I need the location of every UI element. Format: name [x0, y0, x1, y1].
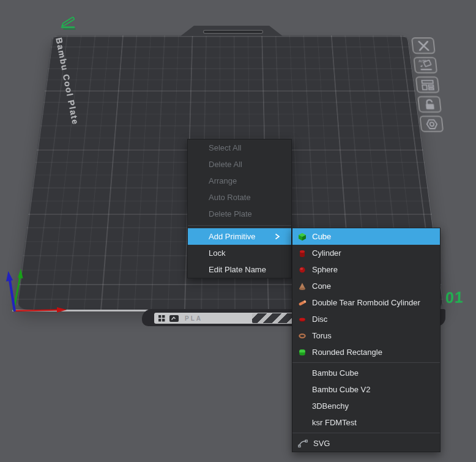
menu-item-auto-rotate[interactable]: Auto Rotate: [188, 189, 291, 206]
menu-item-label: Add Primitive: [209, 232, 256, 241]
submenu-item-cylinder[interactable]: Cylinder: [292, 245, 440, 261]
disc-icon: [298, 315, 307, 324]
plate-settings-icon: [423, 118, 439, 130]
arrange-plate-button[interactable]: [415, 76, 440, 93]
close-icon: [415, 40, 431, 51]
menu-separator: [292, 362, 440, 363]
submenu-item-label: ksr FDMTest: [312, 418, 357, 427]
menu-item-label: Edit Plate Name: [209, 265, 266, 274]
submenu-item-disc[interactable]: Disc: [292, 311, 440, 327]
close-plate-button[interactable]: [411, 37, 436, 54]
z-axis: [10, 280, 15, 311]
plate-context-menu: Select All Delete All Arrange Auto Rotat…: [187, 139, 292, 278]
submenu-item-label: Double Tear Romboid Cylinder: [312, 298, 420, 307]
submenu-item-3dbenchy[interactable]: 3DBenchy: [292, 398, 440, 414]
cone-icon: [298, 282, 307, 291]
submenu-item-double-tear-romboid-cylinder[interactable]: Double Tear Romboid Cylinder: [292, 294, 440, 311]
plate-handle-slot: [203, 30, 263, 34]
menu-separator: [188, 225, 291, 226]
viewport-3d[interactable]: Bambu Cool Plate PLA 01: [0, 0, 476, 462]
menu-item-arrange[interactable]: Arrange: [188, 173, 291, 189]
menu-separator: [292, 433, 440, 433]
rounded-rectangle-icon: [298, 348, 307, 357]
menu-item-label: Arrange: [209, 176, 237, 185]
bambu-logo-icon: [158, 315, 165, 322]
plate-type-icon: [169, 315, 179, 322]
auto-orient-plate-button[interactable]: AUTO: [413, 57, 437, 73]
submenu-item-label: Bambu Cube V2: [312, 385, 370, 394]
plate-settings-button[interactable]: [419, 116, 444, 132]
plate-handle: [180, 26, 283, 36]
menu-item-lock[interactable]: Lock: [188, 245, 291, 261]
axes-gizmo: [2, 267, 76, 317]
menu-item-edit-plate-name[interactable]: Edit Plate Name: [188, 261, 291, 278]
menu-item-label: Delete All: [209, 160, 242, 169]
arrange-icon: [420, 79, 436, 91]
submenu-item-label: Rounded Rectangle: [312, 348, 382, 357]
submenu-item-cone[interactable]: Cone: [292, 278, 440, 294]
sphere-icon: [298, 266, 307, 274]
submenu-item-label: Cylinder: [312, 248, 341, 258]
submenu-item-label: Cube: [312, 232, 331, 241]
submenu-item-cube[interactable]: Cube: [292, 228, 440, 245]
auto-orient-icon: AUTO: [417, 59, 434, 72]
menu-item-label: Auto Rotate: [209, 193, 251, 202]
submenu-item-sphere[interactable]: Sphere: [292, 261, 440, 278]
double-tear-romboid-cylinder-icon: [298, 299, 307, 307]
cube-icon: [298, 233, 307, 241]
submenu-item-label: Disc: [312, 315, 327, 324]
menu-item-delete-all[interactable]: Delete All: [188, 156, 291, 173]
menu-item-delete-plate[interactable]: Delete Plate: [188, 206, 291, 222]
submenu-item-label: Torus: [312, 331, 332, 340]
x-axis: [13, 310, 58, 311]
chevron-right-icon: [274, 233, 280, 240]
menu-item-add-primitive[interactable]: Add Primitive: [188, 228, 291, 245]
submenu-item-label: Sphere: [312, 265, 338, 274]
submenu-item-ksr-fdmtest[interactable]: ksr FDMTest: [292, 414, 440, 431]
lock-plate-button[interactable]: [417, 96, 442, 113]
submenu-item-bambu-cube[interactable]: Bambu Cube: [292, 365, 440, 381]
submenu-item-label: Bambu Cube: [312, 368, 359, 378]
cylinder-icon: [298, 249, 307, 258]
submenu-item-torus[interactable]: Torus: [292, 327, 440, 344]
torus-icon: [298, 332, 307, 340]
filament-badge: PLA: [185, 315, 203, 322]
plate-number-label: 01: [445, 288, 464, 307]
edit-plate-name-icon: [58, 13, 78, 30]
menu-item-label: Lock: [209, 248, 225, 258]
menu-item-label: Select All: [209, 143, 241, 152]
submenu-item-svg-import[interactable]: SVG: [292, 435, 440, 452]
lock-open-icon: [422, 99, 437, 111]
menu-item-label: Delete Plate: [209, 209, 252, 218]
submenu-item-rounded-rectangle[interactable]: Rounded Rectangle: [292, 344, 440, 360]
submenu-item-label: SVG: [313, 439, 330, 448]
submenu-item-label: 3DBenchy: [312, 401, 349, 411]
submenu-item-label: Cone: [312, 281, 331, 291]
submenu-item-bambu-cube-v2[interactable]: Bambu Cube V2: [292, 381, 440, 398]
menu-item-select-all[interactable]: Select All: [188, 140, 291, 156]
add-primitive-submenu: Cube Cylinder Sphere Cone: [292, 228, 441, 452]
bezier-curve-icon: [298, 439, 308, 448]
